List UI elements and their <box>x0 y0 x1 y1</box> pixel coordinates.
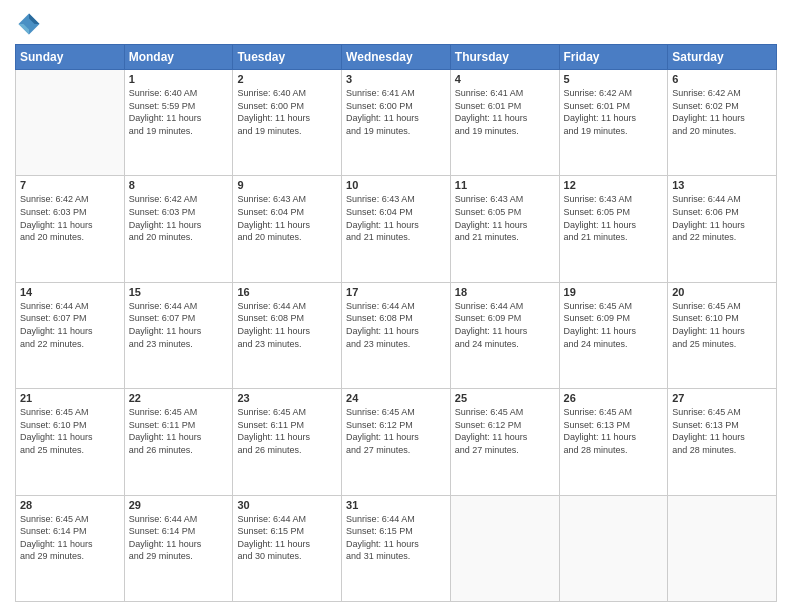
day-number: 1 <box>129 73 229 85</box>
calendar-week-row: 14Sunrise: 6:44 AMSunset: 6:07 PMDayligh… <box>16 282 777 388</box>
calendar-cell <box>559 495 668 601</box>
calendar-table: SundayMondayTuesdayWednesdayThursdayFrid… <box>15 44 777 602</box>
day-number: 10 <box>346 179 446 191</box>
weekday-header: Wednesday <box>342 45 451 70</box>
calendar-week-row: 7Sunrise: 6:42 AMSunset: 6:03 PMDaylight… <box>16 176 777 282</box>
calendar-cell: 2Sunrise: 6:40 AMSunset: 6:00 PMDaylight… <box>233 70 342 176</box>
calendar-cell: 15Sunrise: 6:44 AMSunset: 6:07 PMDayligh… <box>124 282 233 388</box>
day-number: 15 <box>129 286 229 298</box>
calendar-cell: 19Sunrise: 6:45 AMSunset: 6:09 PMDayligh… <box>559 282 668 388</box>
day-info: Sunrise: 6:42 AMSunset: 6:01 PMDaylight:… <box>564 87 664 137</box>
day-info: Sunrise: 6:45 AMSunset: 6:13 PMDaylight:… <box>672 406 772 456</box>
day-info: Sunrise: 6:43 AMSunset: 6:04 PMDaylight:… <box>237 193 337 243</box>
day-number: 28 <box>20 499 120 511</box>
calendar-cell: 13Sunrise: 6:44 AMSunset: 6:06 PMDayligh… <box>668 176 777 282</box>
day-number: 13 <box>672 179 772 191</box>
calendar-week-row: 21Sunrise: 6:45 AMSunset: 6:10 PMDayligh… <box>16 389 777 495</box>
day-info: Sunrise: 6:44 AMSunset: 6:14 PMDaylight:… <box>129 513 229 563</box>
calendar-cell: 22Sunrise: 6:45 AMSunset: 6:11 PMDayligh… <box>124 389 233 495</box>
day-number: 21 <box>20 392 120 404</box>
day-info: Sunrise: 6:44 AMSunset: 6:07 PMDaylight:… <box>129 300 229 350</box>
calendar-cell <box>450 495 559 601</box>
day-info: Sunrise: 6:45 AMSunset: 6:11 PMDaylight:… <box>237 406 337 456</box>
calendar-cell: 7Sunrise: 6:42 AMSunset: 6:03 PMDaylight… <box>16 176 125 282</box>
calendar-cell: 11Sunrise: 6:43 AMSunset: 6:05 PMDayligh… <box>450 176 559 282</box>
calendar-cell: 23Sunrise: 6:45 AMSunset: 6:11 PMDayligh… <box>233 389 342 495</box>
calendar-header-row: SundayMondayTuesdayWednesdayThursdayFrid… <box>16 45 777 70</box>
day-info: Sunrise: 6:44 AMSunset: 6:08 PMDaylight:… <box>237 300 337 350</box>
calendar-cell: 21Sunrise: 6:45 AMSunset: 6:10 PMDayligh… <box>16 389 125 495</box>
day-info: Sunrise: 6:45 AMSunset: 6:12 PMDaylight:… <box>346 406 446 456</box>
day-number: 29 <box>129 499 229 511</box>
calendar-cell: 4Sunrise: 6:41 AMSunset: 6:01 PMDaylight… <box>450 70 559 176</box>
day-info: Sunrise: 6:43 AMSunset: 6:05 PMDaylight:… <box>564 193 664 243</box>
day-info: Sunrise: 6:40 AMSunset: 6:00 PMDaylight:… <box>237 87 337 137</box>
day-number: 19 <box>564 286 664 298</box>
weekday-header: Thursday <box>450 45 559 70</box>
logo-icon <box>15 10 43 38</box>
day-number: 12 <box>564 179 664 191</box>
day-number: 25 <box>455 392 555 404</box>
day-info: Sunrise: 6:45 AMSunset: 6:13 PMDaylight:… <box>564 406 664 456</box>
logo <box>15 10 47 38</box>
day-number: 30 <box>237 499 337 511</box>
weekday-header: Monday <box>124 45 233 70</box>
day-number: 17 <box>346 286 446 298</box>
day-number: 16 <box>237 286 337 298</box>
day-info: Sunrise: 6:40 AMSunset: 5:59 PMDaylight:… <box>129 87 229 137</box>
day-number: 23 <box>237 392 337 404</box>
calendar-cell: 26Sunrise: 6:45 AMSunset: 6:13 PMDayligh… <box>559 389 668 495</box>
day-number: 18 <box>455 286 555 298</box>
day-number: 7 <box>20 179 120 191</box>
day-info: Sunrise: 6:44 AMSunset: 6:07 PMDaylight:… <box>20 300 120 350</box>
day-info: Sunrise: 6:44 AMSunset: 6:15 PMDaylight:… <box>346 513 446 563</box>
day-number: 14 <box>20 286 120 298</box>
day-number: 22 <box>129 392 229 404</box>
calendar-week-row: 1Sunrise: 6:40 AMSunset: 5:59 PMDaylight… <box>16 70 777 176</box>
weekday-header: Sunday <box>16 45 125 70</box>
day-info: Sunrise: 6:45 AMSunset: 6:11 PMDaylight:… <box>129 406 229 456</box>
calendar-cell: 14Sunrise: 6:44 AMSunset: 6:07 PMDayligh… <box>16 282 125 388</box>
calendar-cell: 9Sunrise: 6:43 AMSunset: 6:04 PMDaylight… <box>233 176 342 282</box>
day-number: 8 <box>129 179 229 191</box>
day-info: Sunrise: 6:44 AMSunset: 6:06 PMDaylight:… <box>672 193 772 243</box>
calendar-cell: 25Sunrise: 6:45 AMSunset: 6:12 PMDayligh… <box>450 389 559 495</box>
day-info: Sunrise: 6:43 AMSunset: 6:04 PMDaylight:… <box>346 193 446 243</box>
day-info: Sunrise: 6:42 AMSunset: 6:02 PMDaylight:… <box>672 87 772 137</box>
day-number: 27 <box>672 392 772 404</box>
calendar-cell: 27Sunrise: 6:45 AMSunset: 6:13 PMDayligh… <box>668 389 777 495</box>
calendar-cell: 29Sunrise: 6:44 AMSunset: 6:14 PMDayligh… <box>124 495 233 601</box>
calendar-cell: 3Sunrise: 6:41 AMSunset: 6:00 PMDaylight… <box>342 70 451 176</box>
day-info: Sunrise: 6:44 AMSunset: 6:08 PMDaylight:… <box>346 300 446 350</box>
day-info: Sunrise: 6:42 AMSunset: 6:03 PMDaylight:… <box>129 193 229 243</box>
calendar-cell: 10Sunrise: 6:43 AMSunset: 6:04 PMDayligh… <box>342 176 451 282</box>
day-number: 3 <box>346 73 446 85</box>
day-info: Sunrise: 6:45 AMSunset: 6:12 PMDaylight:… <box>455 406 555 456</box>
calendar-cell: 16Sunrise: 6:44 AMSunset: 6:08 PMDayligh… <box>233 282 342 388</box>
calendar-cell: 18Sunrise: 6:44 AMSunset: 6:09 PMDayligh… <box>450 282 559 388</box>
day-number: 9 <box>237 179 337 191</box>
calendar-cell: 5Sunrise: 6:42 AMSunset: 6:01 PMDaylight… <box>559 70 668 176</box>
day-number: 4 <box>455 73 555 85</box>
header <box>15 10 777 38</box>
day-info: Sunrise: 6:41 AMSunset: 6:00 PMDaylight:… <box>346 87 446 137</box>
day-info: Sunrise: 6:43 AMSunset: 6:05 PMDaylight:… <box>455 193 555 243</box>
calendar-cell: 31Sunrise: 6:44 AMSunset: 6:15 PMDayligh… <box>342 495 451 601</box>
day-info: Sunrise: 6:42 AMSunset: 6:03 PMDaylight:… <box>20 193 120 243</box>
day-number: 24 <box>346 392 446 404</box>
weekday-header: Tuesday <box>233 45 342 70</box>
calendar-cell: 24Sunrise: 6:45 AMSunset: 6:12 PMDayligh… <box>342 389 451 495</box>
calendar-week-row: 28Sunrise: 6:45 AMSunset: 6:14 PMDayligh… <box>16 495 777 601</box>
day-info: Sunrise: 6:45 AMSunset: 6:09 PMDaylight:… <box>564 300 664 350</box>
day-number: 5 <box>564 73 664 85</box>
calendar-cell: 6Sunrise: 6:42 AMSunset: 6:02 PMDaylight… <box>668 70 777 176</box>
calendar-cell <box>16 70 125 176</box>
page: SundayMondayTuesdayWednesdayThursdayFrid… <box>0 0 792 612</box>
day-number: 31 <box>346 499 446 511</box>
day-number: 26 <box>564 392 664 404</box>
calendar-cell: 8Sunrise: 6:42 AMSunset: 6:03 PMDaylight… <box>124 176 233 282</box>
calendar-cell: 30Sunrise: 6:44 AMSunset: 6:15 PMDayligh… <box>233 495 342 601</box>
day-info: Sunrise: 6:44 AMSunset: 6:09 PMDaylight:… <box>455 300 555 350</box>
day-info: Sunrise: 6:45 AMSunset: 6:10 PMDaylight:… <box>672 300 772 350</box>
calendar-cell: 17Sunrise: 6:44 AMSunset: 6:08 PMDayligh… <box>342 282 451 388</box>
